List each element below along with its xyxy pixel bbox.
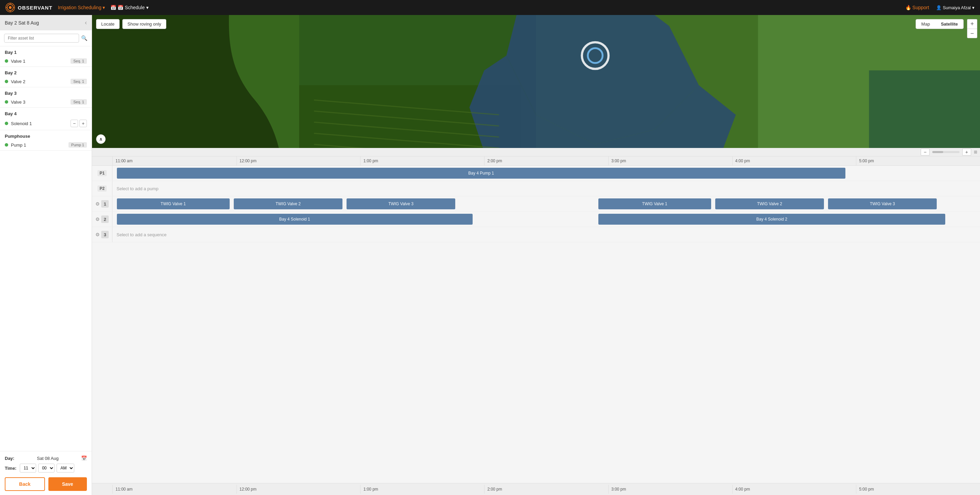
svg-point-2 <box>9 6 11 9</box>
header: OBSERVANT Irrigation Scheduling ▾ 📅 📅 Sc… <box>0 0 980 15</box>
timeline-zoom-in-button[interactable]: + <box>962 149 971 156</box>
search-input[interactable] <box>4 34 79 43</box>
bay-1-section: Bay 1 Valve 1 Seq. 1 <box>0 46 92 67</box>
twig-valve1-bar-1[interactable]: TWIG Valve 1 <box>117 198 230 209</box>
nav-schedule-arrow: ▾ <box>146 5 149 10</box>
row-label-seq3: ⚙ 3 <box>92 227 113 242</box>
add-button[interactable]: + <box>80 119 87 127</box>
map-type-satellite-button[interactable]: Satellite <box>935 19 963 29</box>
bay-2-valve-2-status-dot <box>5 80 8 83</box>
nav-schedule[interactable]: 📅 📅 Schedule ▾ <box>110 5 148 10</box>
pumphouse-label: Pumphouse <box>0 130 92 140</box>
remove-button[interactable]: − <box>70 119 78 127</box>
day-label: Day: <box>5 456 14 461</box>
time-ampm-select[interactable]: AM PM <box>57 464 74 473</box>
show-roving-button[interactable]: Show roving only <box>123 19 166 29</box>
twig-valve2-bar-2[interactable]: TWIG Valve 2 <box>715 198 824 209</box>
timeline-zoom-bar: − + ⊞ <box>92 148 980 156</box>
map-type-map-button[interactable]: Map <box>916 19 935 29</box>
footer-time-col-1100am: 11:00 am <box>113 485 237 493</box>
bay-4-solenoid-1-name: Solenoid 1 <box>5 121 32 126</box>
time-col-200pm: 2:00 pm <box>484 156 608 166</box>
map-type-controls: Map Satellite <box>916 19 964 29</box>
seq3-gear-icon[interactable]: ⚙ <box>95 232 100 237</box>
twig-valve3-bar-1[interactable]: TWIG Valve 3 <box>347 198 455 209</box>
bay4-solenoid1-bar[interactable]: Bay 4 Solenoid 1 <box>117 214 473 224</box>
bay-1-valve-1-seq-badge: Seq. 1 <box>70 58 87 64</box>
user-label: Sumaiya Afzal <box>943 5 971 10</box>
day-row: Day: Sat 08 Aug 📅 <box>5 455 87 461</box>
twig-valve2-bar-1[interactable]: TWIG Valve 2 <box>234 198 342 209</box>
timeline-row-seq3: ⚙ 3 Select to add a sequence <box>92 227 980 242</box>
pumphouse-pump-1-name: Pump 1 <box>5 143 26 148</box>
map-area: Locate Show roving only Map Satellite + … <box>92 15 980 148</box>
time-hour-select[interactable]: 11 12 1 <box>20 464 36 473</box>
nav-schedule-label: 📅 Schedule <box>118 5 145 10</box>
locate-button[interactable]: Locate <box>96 19 119 29</box>
timeline-row-p1: P1 Bay 4 Pump 1 <box>92 166 980 181</box>
time-col-500pm: 5:00 pm <box>856 156 980 166</box>
pumphouse-pump-1-badge: Pump 1 <box>68 142 87 148</box>
bay-4-label: Bay 4 <box>0 108 92 118</box>
timeline-zoom-out-button[interactable]: − <box>921 149 929 156</box>
row-content-seq3: Select to add a sequence <box>113 227 980 242</box>
bay4-pump1-bar[interactable]: Bay 4 Pump 1 <box>117 168 846 179</box>
timeline-row-header-spacer <box>92 156 113 166</box>
seq3-number: 3 <box>101 231 109 238</box>
bay-2-valve-2-row: Valve 2 Seq. 1 <box>0 77 92 87</box>
p2-select-prompt[interactable]: Select to add a pump <box>113 186 162 191</box>
bay4-solenoid2-bar[interactable]: Bay 4 Solenoid 2 <box>598 214 945 224</box>
sidebar-title: Bay 2 Sat 8 Aug <box>5 20 39 25</box>
footer-time-col-1200pm: 12:00 pm <box>237 485 361 493</box>
sidebar-collapse-button[interactable]: ‹ <box>85 19 87 26</box>
footer-time-col-400pm: 4:00 pm <box>732 485 856 493</box>
logo-icon <box>5 3 15 12</box>
timeline-zoom-slider[interactable] <box>932 151 959 153</box>
user-arrow: ▾ <box>972 5 975 10</box>
seq3-select-prompt[interactable]: Select to add a sequence <box>113 232 171 237</box>
row-label-seq2: ⚙ 2 <box>92 212 113 227</box>
twig-valve3-bar-2[interactable]: TWIG Valve 3 <box>828 198 936 209</box>
row-content-seq2: Bay 4 Solenoid 1 Bay 4 Solenoid 2 <box>113 212 980 227</box>
sidebar: Bay 2 Sat 8 Aug ‹ 🔍 Bay 1 Valve 1 Seq. 1… <box>0 15 92 495</box>
main: Bay 2 Sat 8 Aug ‹ 🔍 Bay 1 Valve 1 Seq. 1… <box>0 15 980 495</box>
calendar-icon[interactable]: 📅 <box>81 455 87 461</box>
twig-valve1-bar-2[interactable]: TWIG Valve 1 <box>598 198 711 209</box>
map-collapse-button[interactable]: ∧ <box>96 134 106 144</box>
map-overlay <box>92 15 980 148</box>
seq1-gear-icon[interactable]: ⚙ <box>95 201 100 207</box>
zoom-in-button[interactable]: + <box>967 19 977 29</box>
row-label-p1: P1 <box>92 166 113 181</box>
row-label-p2: P2 <box>92 181 113 196</box>
nav-irrigation[interactable]: Irrigation Scheduling ▾ <box>58 5 105 10</box>
user-menu[interactable]: 👤 Sumaiya Afzal ▾ <box>936 5 975 10</box>
bay-1-valve-1-label: Valve 1 <box>11 59 25 64</box>
seq1-number: 1 <box>101 200 109 208</box>
twig-valve2-2-label: TWIG Valve 2 <box>757 202 783 206</box>
bay-3-valve-3-name: Valve 3 <box>5 100 25 105</box>
logo: OBSERVANT <box>5 3 52 12</box>
row-content-p2: Select to add a pump <box>113 181 980 196</box>
seq2-gear-icon[interactable]: ⚙ <box>95 216 100 222</box>
time-col-1100am: 11:00 am <box>113 156 237 166</box>
search-icon[interactable]: 🔍 <box>81 35 88 41</box>
nav-irrigation-arrow: ▾ <box>103 5 105 10</box>
pumphouse-pump-1-status-dot <box>5 143 8 146</box>
timeline-zoom-slider-fill <box>932 151 943 153</box>
back-button[interactable]: Back <box>5 477 45 491</box>
save-button[interactable]: Save <box>48 477 87 491</box>
add-remove-buttons: − + <box>70 119 87 127</box>
p2-label: P2 <box>97 185 107 192</box>
chevron-up-icon: ∧ <box>99 136 103 142</box>
footer-time-col-200pm: 2:00 pm <box>484 485 608 493</box>
bay-2-valve-2-seq-badge: Seq. 1 <box>70 79 87 84</box>
footer-time-col-500pm: 5:00 pm <box>856 485 980 493</box>
twig-valve1-2-label: TWIG Valve 1 <box>642 202 667 206</box>
support-link[interactable]: 🔥 Support <box>905 5 929 10</box>
time-minute-select[interactable]: 00 15 30 45 <box>38 464 54 473</box>
bay-3-label: Bay 3 <box>0 87 92 97</box>
zoom-out-button[interactable]: − <box>967 29 977 38</box>
bay4-solenoid1-label: Bay 4 Solenoid 1 <box>279 217 310 221</box>
calendar-icon: 📅 <box>110 5 116 10</box>
time-col-400pm: 4:00 pm <box>732 156 856 166</box>
